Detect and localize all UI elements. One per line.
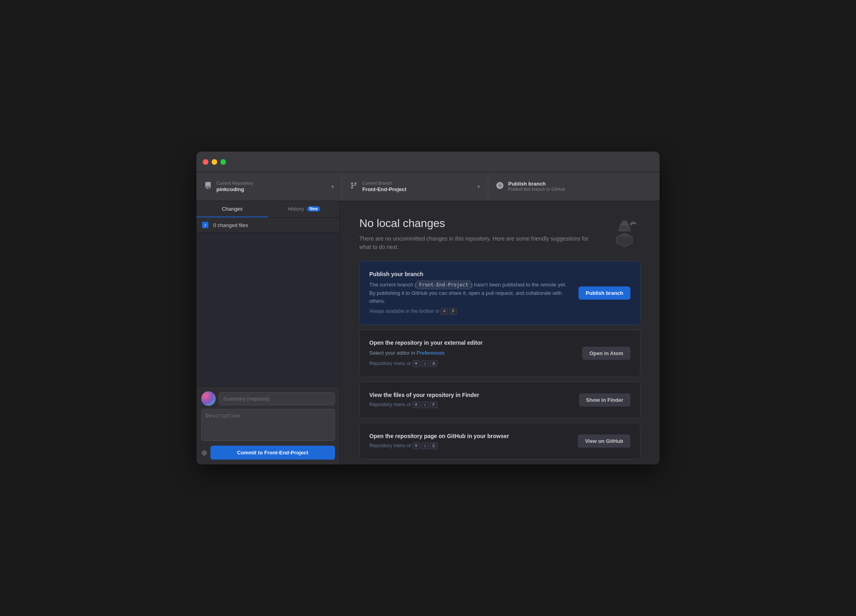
publish-shortcut: Always available in the toolbar or ⌘ P xyxy=(369,308,569,315)
tab-changes[interactable]: Changes xyxy=(196,201,268,217)
main-content: No local changes There are no uncommitte… xyxy=(340,201,660,464)
github-shortcut: Repository menu or ⌘ ⇧ G xyxy=(369,442,568,449)
publish-subtitle: Publish this branch to GitHub xyxy=(508,187,652,192)
summary-input[interactable] xyxy=(219,392,335,405)
cmd-key: ⌘ xyxy=(441,308,448,315)
publish-toolbar-section[interactable]: Publish branch Publish this branch to Gi… xyxy=(488,172,660,201)
shift-key4: ⇧ xyxy=(421,442,429,449)
titlebar xyxy=(196,152,660,172)
sidebar: Changes History New ✓ 0 changed files xyxy=(196,201,340,464)
editor-card-content: Open the repository in your external edi… xyxy=(369,340,573,367)
branch-code-tag: Front-End-Project xyxy=(416,280,471,289)
add-coauthor-button[interactable]: ⊕ xyxy=(201,448,207,457)
user-avatar xyxy=(201,391,216,406)
repository-name: pinkcoding xyxy=(216,186,328,192)
maximize-button[interactable] xyxy=(220,159,226,165)
toolbar: Current Repository pinkcoding ▾ Current … xyxy=(196,172,660,201)
finder-shortcut: Repository menu or ⌘ ⇧ F xyxy=(369,401,569,408)
open-editor-card: Open the repository in your external edi… xyxy=(359,330,640,377)
checkbox-check-icon: ✓ xyxy=(204,223,207,228)
commit-button[interactable]: Commit to Front-End-Project xyxy=(210,446,335,460)
repository-label: Current Repository xyxy=(216,181,328,186)
changed-files-count: 0 changed files xyxy=(213,222,248,228)
preferences-link[interactable]: Preferences xyxy=(417,350,445,356)
g-key: G xyxy=(430,442,438,449)
publish-card-title: Publish your branch xyxy=(369,271,569,277)
editor-card-title: Open the repository in your external edi… xyxy=(369,340,573,346)
minimize-button[interactable] xyxy=(212,159,217,165)
tab-history[interactable]: History New xyxy=(268,201,340,217)
shift-key3: ⇧ xyxy=(421,401,429,408)
p-key: P xyxy=(450,308,457,315)
cmd-key3: ⌘ xyxy=(412,401,420,408)
cmd-key4: ⌘ xyxy=(412,442,420,449)
editor-shortcut: Repository menu or ⌘ ⇧ A xyxy=(369,360,573,367)
tab-history-label: History xyxy=(288,206,304,212)
app-window: Current Repository pinkcoding ▾ Current … xyxy=(196,152,660,464)
github-card-content: Open the repository page on GitHub in yo… xyxy=(369,433,568,449)
illustration xyxy=(608,217,640,249)
repository-chevron-icon: ▾ xyxy=(331,184,334,190)
changed-files-row[interactable]: ✓ 0 changed files xyxy=(196,218,340,233)
sidebar-file-list xyxy=(196,233,340,386)
sidebar-tabs: Changes History New xyxy=(196,201,340,218)
publish-title: Publish branch xyxy=(508,181,652,187)
finder-card-title: View the files of your repository in Fin… xyxy=(369,392,569,398)
publish-card-desc: The current branch (Front-End-Project) h… xyxy=(369,280,569,305)
select-all-checkbox[interactable]: ✓ xyxy=(202,222,208,228)
repository-icon xyxy=(204,182,212,191)
branch-label: Current Branch xyxy=(362,181,474,186)
open-in-atom-button[interactable]: Open in Atom xyxy=(582,347,630,360)
branch-selector[interactable]: Current Branch Front-End-Project ▾ xyxy=(342,172,488,201)
repository-selector[interactable]: Current Repository pinkcoding ▾ xyxy=(196,172,342,201)
github-card: Open the repository page on GitHub in yo… xyxy=(359,423,640,459)
summary-row xyxy=(201,391,335,406)
cmd-key2: ⌘ xyxy=(412,360,420,367)
close-button[interactable] xyxy=(203,159,208,165)
publish-card-content: Publish your branch The current branch (… xyxy=(369,271,569,315)
branch-chevron-icon: ▾ xyxy=(478,184,480,190)
tab-changes-label: Changes xyxy=(222,206,243,212)
publish-branch-card: Publish your branch The current branch (… xyxy=(359,261,640,325)
no-changes-subtitle: There are no uncommitted changes in this… xyxy=(359,235,591,251)
description-input[interactable] xyxy=(201,409,335,441)
editor-card-desc: Select your editor in Preferences xyxy=(369,349,573,357)
a-key: A xyxy=(430,360,438,367)
shift-key2: ⇧ xyxy=(421,360,429,367)
no-changes-title: No local changes xyxy=(359,217,591,230)
no-changes-text: No local changes There are no uncommitte… xyxy=(359,217,591,251)
repository-info: Current Repository pinkcoding xyxy=(216,181,328,192)
finder-card-content: View the files of your repository in Fin… xyxy=(369,392,569,408)
traffic-lights xyxy=(203,159,226,165)
branch-icon xyxy=(350,182,357,191)
publish-icon xyxy=(496,182,503,191)
show-in-finder-button[interactable]: Show in Finder xyxy=(579,393,630,407)
publish-info: Publish branch Publish this branch to Gi… xyxy=(508,181,652,192)
commit-area: ⊕ Commit to Front-End-Project xyxy=(196,386,340,464)
branch-info: Current Branch Front-End-Project xyxy=(362,181,474,192)
branch-name: Front-End-Project xyxy=(362,186,474,192)
view-on-github-button[interactable]: View on GitHub xyxy=(578,434,630,448)
finder-card: View the files of your repository in Fin… xyxy=(359,382,640,418)
no-changes-header: No local changes There are no uncommitte… xyxy=(359,217,640,251)
commit-branch-name: Front-End-Project xyxy=(264,450,309,456)
github-card-title: Open the repository page on GitHub in yo… xyxy=(369,433,568,439)
publish-branch-button[interactable]: Publish branch xyxy=(579,286,630,300)
commit-actions: ⊕ Commit to Front-End-Project xyxy=(201,446,335,460)
main-layout: Changes History New ✓ 0 changed files xyxy=(196,201,660,464)
f-key: F xyxy=(430,401,438,408)
history-badge: New xyxy=(307,206,320,211)
